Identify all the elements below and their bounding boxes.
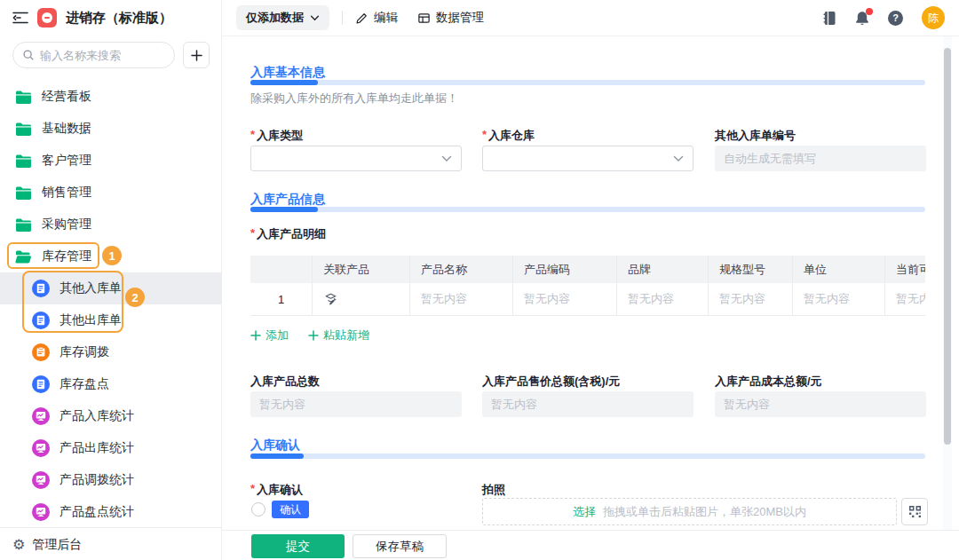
search-input[interactable]	[40, 49, 165, 62]
upload-select-link[interactable]: 选择	[573, 504, 596, 520]
table-header-row: 关联产品 产品名称 产品编码 品牌 规格型号 单位 当前可	[250, 256, 925, 283]
sidebar-divider	[0, 527, 222, 528]
sidebar-header: 进销存（标准版）	[0, 0, 221, 35]
sidebar-item-label: 产品盘点统计	[59, 504, 134, 520]
sidebar-item-base-data[interactable]: 基础数据	[0, 113, 222, 145]
sidebar-item-label: 产品入库统计	[59, 408, 134, 424]
table-header: 关联产品	[313, 256, 410, 283]
field-label-warehouse: * 入库仓库	[482, 128, 535, 144]
required-mark: *	[250, 482, 255, 498]
total-cost-input	[715, 391, 926, 417]
app-logo-icon	[37, 8, 57, 28]
total-count-input	[250, 391, 462, 417]
relate-product-cell[interactable]	[313, 283, 410, 316]
sidebar-item-other-inbound-order[interactable]: 其他入库单	[0, 272, 222, 304]
add-form-button[interactable]	[183, 42, 210, 68]
transfer-icon	[32, 343, 50, 361]
table-row: 1 暂无内容 暂无内容 暂无内容 暂无内容 暂无内容 暂无内容	[250, 283, 925, 316]
relate-product-icon	[323, 292, 338, 307]
plus-icon	[250, 330, 261, 341]
annotation-badge-1: 1	[102, 246, 122, 265]
field-label-total-sale: 入库产品售价总额(含税)/元	[482, 374, 620, 390]
sidebar-item-product-outbound-stats[interactable]: 产品出库统计	[0, 432, 222, 464]
stats-icon	[32, 407, 50, 425]
chevron-down-icon	[310, 15, 320, 21]
search-icon	[22, 49, 35, 61]
total-sale-input	[482, 391, 693, 417]
save-draft-button[interactable]: 保存草稿	[353, 534, 447, 558]
mode-dropdown-button[interactable]: 仅添加数据	[236, 5, 329, 30]
document-icon	[32, 312, 50, 329]
section-progress-confirm	[250, 454, 925, 459]
topbar: 仅添加数据 编辑 数据管理 ? 陈	[222, 0, 959, 36]
sidebar-item-label: 基础数据	[42, 121, 91, 137]
admin-backend-button[interactable]: ⚙ 管理后台	[0, 532, 222, 558]
sidebar-item-inventory-check[interactable]: 库存盘点	[0, 368, 222, 400]
sidebar-item-label: 产品调拨统计	[59, 472, 134, 488]
sidebar-item-product-inbound-stats[interactable]: 产品入库统计	[0, 400, 222, 432]
scrollbar-track[interactable]	[943, 36, 952, 560]
sidebar-item-dashboard[interactable]: 经营看板	[0, 81, 222, 113]
mode-dropdown-label: 仅添加数据	[246, 10, 304, 26]
sidebar-item-product-transfer-stats[interactable]: 产品调拨统计	[0, 464, 222, 496]
table-cell[interactable]: 暂无内容	[709, 283, 793, 316]
product-detail-table: 关联产品 产品名称 产品编码 品牌 规格型号 单位 当前可 1 暂无内容 暂无内…	[250, 256, 925, 316]
paste-add-button[interactable]: 粘贴新增	[308, 327, 369, 343]
table-cell[interactable]: 暂无内容	[513, 283, 617, 316]
sidebar-item-customer-mgmt[interactable]: 客户管理	[0, 145, 222, 177]
confirm-radio[interactable]	[251, 502, 266, 517]
document-icon	[32, 375, 50, 393]
sidebar-item-inventory-transfer[interactable]: 库存调拨	[0, 336, 222, 368]
table-cell[interactable]: 暂无内容	[793, 283, 885, 316]
notebook-icon[interactable]	[823, 11, 836, 26]
sidebar-item-other-outbound-order[interactable]: 其他出库单	[0, 304, 222, 336]
app-title: 进销存（标准版）	[66, 10, 172, 27]
section-hint: 除采购入库外的所有入库单均走此单据！	[250, 91, 458, 106]
table-header: 当前可	[885, 256, 925, 283]
avatar[interactable]: 陈	[922, 6, 945, 29]
qr-scan-button[interactable]	[901, 498, 928, 525]
folder-icon	[14, 218, 32, 232]
confirm-tag[interactable]: 确认	[272, 501, 309, 518]
submit-button[interactable]: 提交	[251, 534, 345, 558]
warehouse-select[interactable]	[482, 146, 693, 171]
scrollbar-thumb[interactable]	[944, 48, 951, 445]
table-actions: 添加 粘贴新增	[250, 327, 369, 343]
app-window: 进销存（标准版） 经营看板 基础数据	[0, 0, 959, 560]
sidebar-item-label: 库存管理	[42, 248, 91, 264]
topbar-right: ? 陈	[823, 6, 945, 29]
qr-code-icon	[908, 505, 922, 518]
sidebar-menu: 经营看板 基础数据 客户管理 销售管理 采购管理 库存管理	[0, 81, 222, 528]
add-row-button[interactable]: 添加	[250, 327, 289, 343]
search-box[interactable]	[12, 42, 175, 68]
table-header: 单位	[793, 256, 885, 283]
sidebar-item-product-check-stats[interactable]: 产品盘点统计	[0, 496, 222, 528]
data-manage-button[interactable]: 数据管理	[417, 10, 484, 26]
sidebar-item-purchase-mgmt[interactable]: 采购管理	[0, 209, 222, 241]
table-cell[interactable]: 暂无内容	[410, 283, 513, 316]
admin-backend-label: 管理后台	[32, 537, 82, 553]
section-progress-basic	[250, 80, 925, 85]
table-cell[interactable]: 暂无内容	[617, 283, 709, 316]
field-label-storage-type: * 入库类型	[250, 128, 303, 144]
chevron-down-icon	[673, 155, 684, 162]
table-grid-icon	[417, 12, 431, 25]
annotation-badge-2: 2	[125, 288, 145, 307]
plus-icon	[191, 50, 202, 61]
notification-dot	[866, 8, 873, 15]
help-icon[interactable]: ?	[888, 11, 903, 26]
collapse-sidebar-icon[interactable]	[12, 12, 28, 24]
storage-type-select[interactable]	[250, 146, 462, 171]
edit-button[interactable]: 编辑	[355, 10, 398, 26]
stats-icon	[32, 503, 50, 521]
form-content: 入库基本信息 除采购入库外的所有入库单均走此单据！ * 入库类型 * 入库仓库 …	[222, 36, 959, 530]
row-index: 1	[250, 283, 313, 316]
folder-icon	[14, 91, 32, 104]
sidebar-item-label: 销售管理	[42, 185, 91, 201]
photo-upload-area[interactable]: 选择 拖拽或单击后粘贴图片，单张20MB以内	[482, 498, 897, 525]
notifications-button[interactable]	[855, 11, 869, 26]
sidebar-item-label: 库存盘点	[59, 376, 109, 392]
sidebar-item-sales-mgmt[interactable]: 销售管理	[0, 177, 222, 209]
field-label-product-detail: * 入库产品明细	[250, 226, 326, 242]
table-cell[interactable]: 暂无内容	[885, 283, 925, 316]
